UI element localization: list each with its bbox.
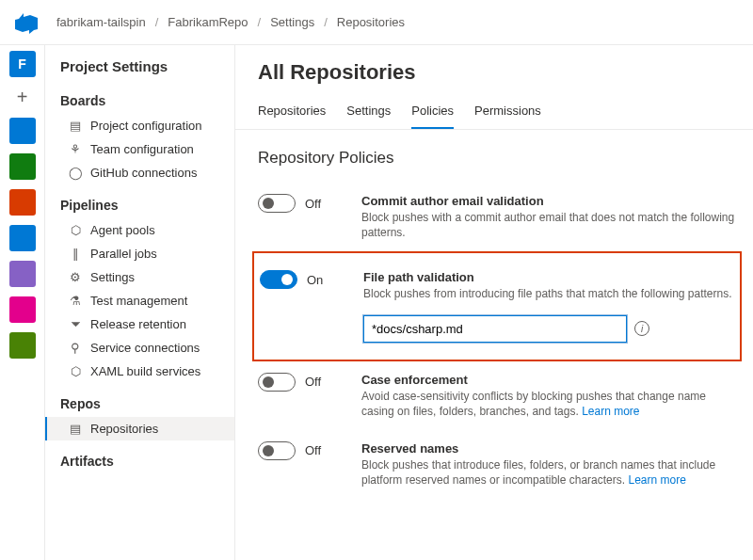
sidebar-item-label: Test management bbox=[90, 294, 187, 308]
toggle-state-label: Off bbox=[305, 197, 321, 211]
sidebar-section-pipelines: Pipelines bbox=[45, 184, 234, 218]
page-title: All Repositories bbox=[235, 60, 753, 98]
main-content: All Repositories RepositoriesSettingsPol… bbox=[235, 45, 753, 560]
breadcrumb: fabrikam-tailspin/ FabrikamRepo/ Setting… bbox=[56, 15, 405, 29]
breadcrumb-org[interactable]: fabrikam-tailspin bbox=[56, 15, 146, 29]
toggle-state-label: Off bbox=[305, 375, 321, 389]
sidebar-item-team-configuration[interactable]: ⚘Team configuration bbox=[45, 137, 234, 161]
toggle[interactable] bbox=[260, 270, 297, 289]
breadcrumb-settings[interactable]: Settings bbox=[270, 15, 314, 29]
sidebar-item-label: Release retention bbox=[90, 317, 186, 331]
policy-case-enforcement: OffCase enforcementAvoid case-sensitivit… bbox=[252, 361, 742, 430]
sidebar-item-settings[interactable]: ⚙Settings bbox=[45, 265, 234, 289]
topbar: fabrikam-tailspin/ FabrikamRepo/ Setting… bbox=[0, 0, 753, 45]
tabs: RepositoriesSettingsPoliciesPermissions bbox=[235, 98, 753, 130]
rail-item-2[interactable] bbox=[9, 118, 36, 144]
rail-item-6[interactable] bbox=[9, 261, 36, 287]
sidebar-item-release-retention[interactable]: ⏷Release retention bbox=[45, 312, 234, 336]
policy-title: Commit author email validation bbox=[361, 194, 736, 208]
rail-add-icon[interactable]: + bbox=[17, 87, 28, 108]
policy-title: Reserved names bbox=[361, 441, 736, 456]
sidebar-item-label: Service connections bbox=[90, 341, 200, 355]
sidebar-item-project-configuration[interactable]: ▤Project configuration bbox=[45, 114, 234, 137]
breadcrumb-repositories[interactable]: Repositories bbox=[337, 15, 405, 29]
azure-devops-logo-icon bbox=[15, 11, 38, 34]
tab-repositories[interactable]: Repositories bbox=[258, 98, 326, 129]
left-rail: F+ bbox=[0, 45, 45, 560]
panel-heading: Repository Policies bbox=[252, 149, 742, 168]
breadcrumb-project[interactable]: FabrikamRepo bbox=[168, 15, 248, 29]
toggle[interactable] bbox=[258, 441, 296, 460]
sidebar-item-label: GitHub connections bbox=[90, 166, 197, 180]
sidebar-item-icon: ⏷ bbox=[68, 317, 83, 331]
info-icon[interactable]: i bbox=[634, 321, 649, 336]
sidebar-item-service-connections[interactable]: ⚲Service connections bbox=[45, 336, 234, 360]
toggle[interactable] bbox=[258, 194, 296, 213]
policy-title: Case enforcement bbox=[361, 373, 736, 387]
tab-policies[interactable]: Policies bbox=[411, 98, 454, 129]
policy-description: Block pushes that introduce files, folde… bbox=[361, 457, 736, 488]
sidebar-item-label: XAML build services bbox=[90, 364, 200, 378]
sidebar-item-label: Settings bbox=[90, 270, 135, 284]
learn-more-link[interactable]: Learn more bbox=[582, 405, 639, 418]
sidebar-title: Project Settings bbox=[45, 58, 234, 80]
toggle[interactable] bbox=[258, 373, 296, 392]
sidebar-item-xaml-build-services[interactable]: ⬡XAML build services bbox=[45, 360, 234, 383]
policy-reserved-names: OffReserved namesBlock pushes that intro… bbox=[252, 430, 742, 499]
sidebar-item-icon: ⬡ bbox=[68, 364, 83, 378]
sidebar-item-repositories[interactable]: ▤Repositories bbox=[45, 417, 234, 440]
sidebar-section-boards: Boards bbox=[45, 80, 234, 114]
sidebar-item-icon: ‖ bbox=[68, 247, 83, 261]
sidebar-item-icon: ▤ bbox=[68, 422, 83, 436]
sidebar-item-icon: ▤ bbox=[68, 119, 83, 133]
sidebar-item-icon: ⚘ bbox=[68, 142, 83, 156]
rail-item-4[interactable] bbox=[9, 189, 36, 216]
sidebar-section-artifacts: Artifacts bbox=[45, 440, 234, 474]
sidebar-item-label: Parallel jobs bbox=[90, 247, 157, 261]
toggle-state-label: On bbox=[307, 273, 323, 287]
tab-permissions[interactable]: Permissions bbox=[474, 98, 541, 129]
sidebar-item-test-management[interactable]: ⚗Test management bbox=[45, 289, 234, 312]
rail-item-8[interactable] bbox=[9, 332, 36, 359]
policy-description: Block pushes from introducing file paths… bbox=[363, 286, 734, 301]
sidebar-item-label: Team configuration bbox=[90, 142, 194, 156]
policy-title: File path validation bbox=[363, 270, 734, 284]
sidebar-item-icon: ⚗ bbox=[68, 294, 83, 308]
rail-item-3[interactable] bbox=[9, 153, 36, 180]
learn-more-link[interactable]: Learn more bbox=[628, 473, 685, 487]
policy-description: Block pushes with a commit author email … bbox=[361, 210, 736, 240]
sidebar-item-icon: ⚲ bbox=[68, 341, 83, 355]
policy-description: Avoid case-sensitivity conflicts by bloc… bbox=[361, 389, 736, 419]
sidebar-section-repos: Repos bbox=[45, 383, 234, 417]
tab-settings[interactable]: Settings bbox=[346, 98, 391, 129]
policy-commit-author-email-validation: OffCommit author email validationBlock p… bbox=[252, 183, 742, 251]
sidebar-item-icon: ⚙ bbox=[68, 270, 83, 284]
sidebar-item-parallel-jobs[interactable]: ‖Parallel jobs bbox=[45, 242, 234, 265]
toggle-state-label: Off bbox=[305, 443, 321, 457]
sidebar-item-agent-pools[interactable]: ⬡Agent pools bbox=[45, 218, 234, 242]
rail-item-7[interactable] bbox=[9, 296, 36, 323]
policies-panel: Repository Policies OffCommit author ema… bbox=[235, 130, 753, 518]
sidebar-item-label: Agent pools bbox=[90, 223, 155, 237]
file-path-pattern-input[interactable] bbox=[363, 315, 627, 343]
sidebar-item-icon: ◯ bbox=[68, 166, 83, 180]
rail-item-5[interactable] bbox=[9, 225, 36, 251]
sidebar-item-github-connections[interactable]: ◯GitHub connections bbox=[45, 161, 234, 184]
policy-file-path-validation: OnFile path validationBlock pushes from … bbox=[252, 251, 742, 360]
rail-item-0[interactable]: F bbox=[9, 51, 36, 77]
sidebar-item-label: Project configuration bbox=[90, 119, 202, 133]
sidebar-item-label: Repositories bbox=[90, 422, 158, 436]
project-settings-sidebar: Project Settings Boards▤Project configur… bbox=[45, 45, 235, 560]
sidebar-item-icon: ⬡ bbox=[68, 223, 83, 237]
